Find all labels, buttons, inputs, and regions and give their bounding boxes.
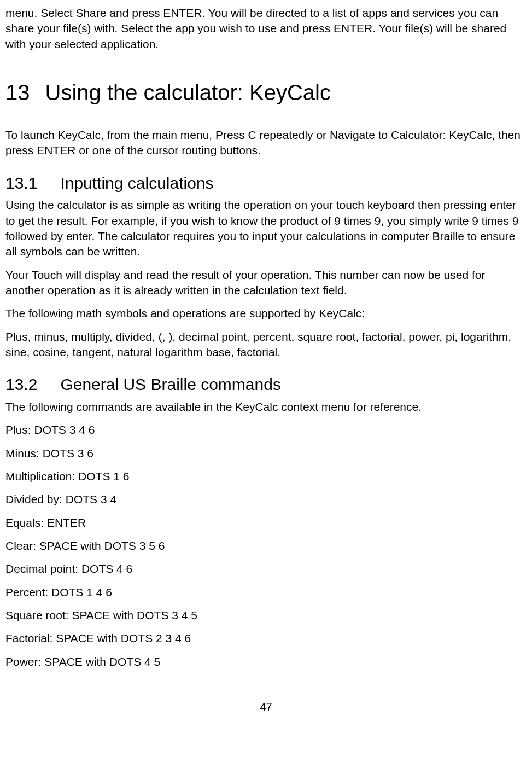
body-paragraph: Plus, minus, multiply, divided, (, ), de… [5,329,527,360]
command-line: Plus: DOTS 3 4 6 [5,422,527,438]
command-line: Percent: DOTS 1 4 6 [5,585,527,600]
section-heading-13-2: 13.2General US Braille commands [5,374,527,396]
command-line: Clear: SPACE with DOTS 3 5 6 [5,538,527,554]
section-heading-13-1: 13.1Inputting calculations [5,172,527,195]
section-title: General US Braille commands [60,375,281,393]
body-paragraph: Using the calculator is as simple as wri… [5,197,527,259]
command-line: Equals: ENTER [5,515,527,531]
chapter-number: 13 [5,79,30,106]
section-number: 13.1 [5,172,37,195]
command-line: Square root: SPACE with DOTS 3 4 5 [5,608,527,623]
body-paragraph: Your Touch will display and read the res… [5,267,527,299]
intro-paragraph: menu. Select Share and press ENTER. You … [5,5,527,52]
page-number: 47 [5,700,527,714]
command-line: Decimal point: DOTS 4 6 [5,561,527,577]
body-paragraph: The following commands are available in … [5,399,527,415]
chapter-title: Using the calculator: KeyCalc [45,80,331,104]
command-line: Divided by: DOTS 3 4 [5,492,527,507]
launch-paragraph: To launch KeyCalc, from the main menu, P… [5,127,527,159]
command-line: Multiplication: DOTS 1 6 [5,469,527,484]
body-paragraph: The following math symbols and operation… [5,306,527,321]
section-title: Inputting calculations [60,174,213,192]
command-line: Factorial: SPACE with DOTS 2 3 4 6 [5,631,527,646]
command-line: Minus: DOTS 3 6 [5,446,527,461]
section-number: 13.2 [5,374,37,396]
chapter-heading: 13Using the calculator: KeyCalc [5,79,527,106]
command-line: Power: SPACE with DOTS 4 5 [5,654,527,670]
